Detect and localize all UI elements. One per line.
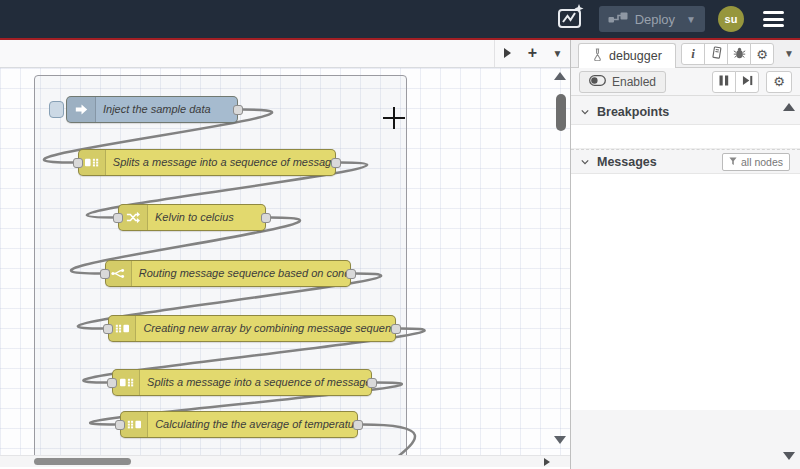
join-icon bbox=[109, 316, 136, 341]
enabled-label: Enabled bbox=[612, 75, 656, 89]
node-label: Splits a message into a sequence of mess… bbox=[106, 150, 335, 175]
messages-list bbox=[571, 174, 800, 410]
sidebar-scroll-up-icon[interactable] bbox=[783, 103, 795, 111]
toggle-icon bbox=[589, 75, 606, 89]
node-red-app: Deploy ▼ su + ▼ Inject the sample dataSp… bbox=[0, 0, 800, 469]
output-port[interactable] bbox=[353, 420, 363, 430]
message-filter-button[interactable]: all nodes bbox=[722, 153, 790, 171]
deploy-button[interactable]: Deploy ▼ bbox=[599, 6, 705, 32]
flow-canvas[interactable]: Inject the sample dataSplits a message i… bbox=[0, 68, 570, 455]
debug-button[interactable] bbox=[727, 43, 751, 65]
chevron-down-icon bbox=[581, 158, 589, 166]
breakpoints-section-header[interactable]: Breakpoints bbox=[571, 100, 800, 125]
pause-icon bbox=[719, 75, 729, 89]
flask-icon bbox=[592, 48, 603, 64]
canvas-vscroll-thumb[interactable] bbox=[556, 94, 566, 131]
settings-button[interactable]: ⚙ bbox=[750, 43, 774, 65]
sidebar-scroll-down-icon[interactable] bbox=[783, 452, 795, 460]
avatar[interactable]: su bbox=[718, 6, 744, 32]
flow-node-split[interactable]: Splits a message into a sequence of mess… bbox=[78, 149, 336, 176]
deploy-label: Deploy bbox=[635, 12, 675, 27]
help-button[interactable] bbox=[704, 43, 728, 65]
output-port[interactable] bbox=[331, 158, 341, 168]
flow-node-change[interactable]: Kelvin to celcius bbox=[118, 204, 266, 231]
node-label: Inject the sample data bbox=[96, 97, 218, 122]
flow-node-split[interactable]: Splits a message into a sequence of mess… bbox=[112, 369, 372, 396]
pause-button[interactable] bbox=[712, 71, 736, 93]
filter-icon bbox=[729, 156, 737, 168]
messages-title: Messages bbox=[597, 155, 657, 169]
info-icon: i bbox=[691, 46, 695, 62]
gear-icon: ⚙ bbox=[756, 48, 768, 61]
book-icon bbox=[710, 46, 723, 62]
step-button[interactable] bbox=[735, 71, 759, 93]
wire[interactable] bbox=[362, 424, 430, 455]
node-label: Creating new array by combining message … bbox=[136, 316, 395, 341]
output-port[interactable] bbox=[367, 378, 377, 388]
input-port[interactable] bbox=[115, 420, 125, 430]
ai-flow-icon bbox=[554, 3, 586, 36]
bug-icon bbox=[733, 46, 746, 62]
canvas-scroll-right-icon[interactable] bbox=[544, 458, 550, 466]
flow-list-button[interactable]: ▼ bbox=[545, 40, 570, 67]
split-icon bbox=[113, 370, 140, 395]
sidebar: debugger i ⚙ ▼ bbox=[570, 40, 800, 469]
flow-node-join[interactable]: Creating new array by combining message … bbox=[108, 315, 396, 342]
chevron-down-icon bbox=[581, 108, 589, 116]
deploy-icon bbox=[608, 11, 628, 28]
workspace-tabbar: + ▼ bbox=[0, 40, 570, 68]
gear-icon: ⚙ bbox=[773, 75, 785, 88]
plus-icon: + bbox=[528, 45, 537, 61]
node-label: Calculating the the average of temperatu… bbox=[148, 412, 357, 437]
inject-arrow-icon bbox=[67, 97, 96, 122]
input-port[interactable] bbox=[100, 269, 110, 279]
output-port[interactable] bbox=[233, 105, 243, 115]
join-icon bbox=[121, 412, 148, 437]
input-port[interactable] bbox=[73, 158, 83, 168]
flow-node-inject[interactable]: Inject the sample data bbox=[66, 96, 238, 123]
sidebar-tabs-caret-icon[interactable]: ▼ bbox=[784, 48, 794, 59]
filter-label: all nodes bbox=[741, 156, 783, 168]
node-label: Routing message sequence based on condit… bbox=[132, 261, 350, 286]
inject-trigger-button[interactable] bbox=[49, 101, 64, 118]
tab-debugger-label: debugger bbox=[609, 49, 662, 63]
canvas-hscroll-thumb[interactable] bbox=[34, 458, 131, 465]
flow-node-switch[interactable]: Routing message sequence based on condit… bbox=[105, 260, 351, 287]
step-forward-icon bbox=[742, 75, 753, 89]
deploy-caret-icon[interactable]: ▼ bbox=[686, 14, 696, 25]
hamburger-menu-icon[interactable] bbox=[757, 7, 790, 31]
input-port[interactable] bbox=[113, 213, 123, 223]
sidebar-tabbar: debugger i ⚙ ▼ bbox=[571, 40, 800, 68]
debugger-panel: Breakpoints Messages all nodes bbox=[571, 96, 800, 468]
add-flow-button[interactable]: + bbox=[520, 40, 545, 67]
output-port[interactable] bbox=[261, 213, 271, 223]
input-port[interactable] bbox=[107, 378, 117, 388]
workspace: + ▼ Inject the sample dataSplits a messa… bbox=[0, 40, 570, 467]
ai-flow-button[interactable] bbox=[554, 3, 586, 36]
canvas-scroll-down-icon[interactable] bbox=[554, 436, 566, 444]
canvas-hscrollbar bbox=[0, 455, 570, 467]
play-icon bbox=[504, 48, 511, 58]
debugger-settings-button[interactable]: ⚙ bbox=[766, 71, 792, 93]
tab-scroll-right-button[interactable] bbox=[495, 40, 520, 67]
enabled-toggle-button[interactable]: Enabled bbox=[579, 71, 666, 93]
change-icon bbox=[119, 205, 148, 230]
info-button[interactable]: i bbox=[681, 43, 705, 65]
tab-debugger[interactable]: debugger bbox=[578, 43, 676, 68]
flow-node-join[interactable]: Calculating the the average of temperatu… bbox=[120, 411, 358, 438]
input-port[interactable] bbox=[103, 324, 113, 334]
node-label: Splits a message into a sequence of mess… bbox=[140, 370, 371, 395]
header: Deploy ▼ su bbox=[0, 0, 800, 40]
output-port[interactable] bbox=[391, 324, 401, 334]
chevron-down-icon: ▼ bbox=[553, 48, 563, 59]
debugger-toolbar: Enabled bbox=[571, 68, 800, 96]
node-label: Kelvin to celcius bbox=[148, 205, 241, 230]
messages-section-header[interactable]: Messages all nodes bbox=[571, 149, 800, 174]
output-port[interactable] bbox=[346, 269, 356, 279]
breakpoints-list bbox=[571, 125, 800, 149]
canvas-scroll-up-icon[interactable] bbox=[554, 72, 566, 80]
breakpoints-title: Breakpoints bbox=[597, 105, 669, 119]
split-icon bbox=[79, 150, 106, 175]
